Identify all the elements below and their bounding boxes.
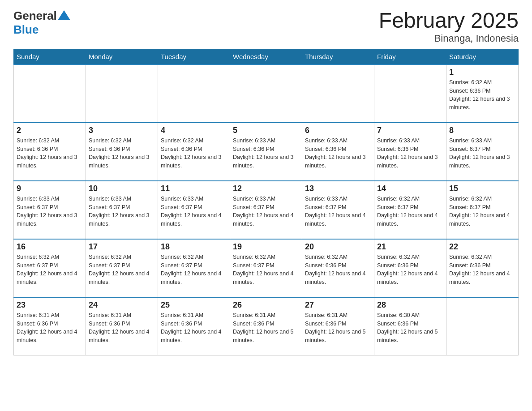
day-info: Sunrise: 6:32 AM Sunset: 6:36 PM Dayligh… [305, 253, 371, 287]
day-number: 21 [377, 242, 443, 252]
header-monday: Monday [86, 49, 158, 64]
header-tuesday: Tuesday [158, 49, 230, 64]
table-cell [158, 64, 230, 123]
day-number: 28 [377, 300, 443, 310]
header-friday: Friday [374, 49, 446, 64]
day-number: 26 [233, 300, 299, 310]
logo-triangle-icon [58, 10, 70, 20]
logo: General Blue [13, 9, 70, 37]
day-number: 7 [377, 126, 443, 135]
table-cell: 2Sunrise: 6:32 AM Sunset: 6:36 PM Daylig… [14, 123, 86, 181]
week-row-3: 9Sunrise: 6:33 AM Sunset: 6:37 PM Daylig… [14, 181, 519, 239]
table-cell: 11Sunrise: 6:33 AM Sunset: 6:37 PM Dayli… [158, 181, 230, 239]
table-cell: 17Sunrise: 6:32 AM Sunset: 6:37 PM Dayli… [86, 239, 158, 297]
table-cell: 23Sunrise: 6:31 AM Sunset: 6:36 PM Dayli… [14, 297, 86, 355]
day-number: 23 [17, 300, 83, 310]
day-number: 17 [89, 242, 155, 252]
day-number: 22 [449, 242, 515, 252]
table-cell: 13Sunrise: 6:33 AM Sunset: 6:37 PM Dayli… [302, 181, 374, 239]
week-row-1: 1Sunrise: 6:32 AM Sunset: 6:36 PM Daylig… [14, 64, 519, 123]
table-cell: 15Sunrise: 6:32 AM Sunset: 6:37 PM Dayli… [446, 181, 519, 239]
header-wednesday: Wednesday [230, 49, 302, 64]
day-info: Sunrise: 6:33 AM Sunset: 6:36 PM Dayligh… [377, 137, 443, 170]
day-info: Sunrise: 6:32 AM Sunset: 6:36 PM Dayligh… [17, 137, 83, 170]
table-cell: 5Sunrise: 6:33 AM Sunset: 6:36 PM Daylig… [230, 123, 302, 181]
table-cell: 1Sunrise: 6:32 AM Sunset: 6:36 PM Daylig… [446, 64, 519, 123]
table-cell [446, 297, 519, 355]
day-info: Sunrise: 6:31 AM Sunset: 6:36 PM Dayligh… [233, 311, 299, 345]
table-cell: 18Sunrise: 6:32 AM Sunset: 6:37 PM Dayli… [158, 239, 230, 297]
day-number: 24 [89, 300, 155, 310]
table-cell: 14Sunrise: 6:32 AM Sunset: 6:37 PM Dayli… [374, 181, 446, 239]
day-number: 20 [305, 242, 371, 252]
table-cell [86, 64, 158, 123]
day-number: 4 [161, 126, 227, 135]
day-number: 16 [17, 242, 83, 252]
day-info: Sunrise: 6:33 AM Sunset: 6:37 PM Dayligh… [161, 195, 227, 228]
calendar-location: Binanga, Indonesia [379, 33, 519, 44]
calendar-title: February 2025 [379, 9, 519, 33]
table-cell: 10Sunrise: 6:33 AM Sunset: 6:37 PM Dayli… [86, 181, 158, 239]
header-sunday: Sunday [14, 49, 86, 64]
day-info: Sunrise: 6:33 AM Sunset: 6:36 PM Dayligh… [233, 137, 299, 170]
day-info: Sunrise: 6:32 AM Sunset: 6:36 PM Dayligh… [89, 137, 155, 170]
day-info: Sunrise: 6:32 AM Sunset: 6:36 PM Dayligh… [161, 137, 227, 170]
day-number: 5 [233, 126, 299, 135]
day-info: Sunrise: 6:31 AM Sunset: 6:36 PM Dayligh… [89, 311, 155, 345]
table-cell: 25Sunrise: 6:31 AM Sunset: 6:36 PM Dayli… [158, 297, 230, 355]
day-info: Sunrise: 6:31 AM Sunset: 6:36 PM Dayligh… [305, 311, 371, 345]
day-info: Sunrise: 6:32 AM Sunset: 6:36 PM Dayligh… [377, 253, 443, 287]
calendar-header: SundayMondayTuesdayWednesdayThursdayFrid… [14, 49, 519, 64]
table-cell [14, 64, 86, 123]
table-cell [374, 64, 446, 123]
page-header: General Blue February 2025 Binanga, Indo… [13, 9, 519, 44]
day-number: 14 [377, 184, 443, 193]
day-number: 9 [17, 184, 83, 193]
day-info: Sunrise: 6:33 AM Sunset: 6:37 PM Dayligh… [17, 195, 83, 228]
table-cell: 21Sunrise: 6:32 AM Sunset: 6:36 PM Dayli… [374, 239, 446, 297]
day-number: 3 [89, 126, 155, 135]
day-info: Sunrise: 6:32 AM Sunset: 6:37 PM Dayligh… [377, 195, 443, 228]
day-number: 12 [233, 184, 299, 193]
week-row-4: 16Sunrise: 6:32 AM Sunset: 6:37 PM Dayli… [14, 239, 519, 297]
calendar-body: 1Sunrise: 6:32 AM Sunset: 6:36 PM Daylig… [14, 64, 519, 355]
day-number: 10 [89, 184, 155, 193]
day-number: 19 [233, 242, 299, 252]
day-number: 13 [305, 184, 371, 193]
day-info: Sunrise: 6:30 AM Sunset: 6:36 PM Dayligh… [377, 311, 443, 345]
table-cell: 12Sunrise: 6:33 AM Sunset: 6:37 PM Dayli… [230, 181, 302, 239]
header-saturday: Saturday [446, 49, 519, 64]
day-info: Sunrise: 6:32 AM Sunset: 6:37 PM Dayligh… [161, 253, 227, 287]
day-info: Sunrise: 6:32 AM Sunset: 6:36 PM Dayligh… [449, 253, 515, 287]
weekday-header-row: SundayMondayTuesdayWednesdayThursdayFrid… [14, 49, 519, 64]
week-row-2: 2Sunrise: 6:32 AM Sunset: 6:36 PM Daylig… [14, 123, 519, 181]
day-info: Sunrise: 6:31 AM Sunset: 6:36 PM Dayligh… [17, 311, 83, 345]
day-number: 25 [161, 300, 227, 310]
table-cell: 6Sunrise: 6:33 AM Sunset: 6:36 PM Daylig… [302, 123, 374, 181]
day-info: Sunrise: 6:33 AM Sunset: 6:37 PM Dayligh… [305, 195, 371, 228]
table-cell: 16Sunrise: 6:32 AM Sunset: 6:37 PM Dayli… [14, 239, 86, 297]
day-info: Sunrise: 6:33 AM Sunset: 6:37 PM Dayligh… [233, 195, 299, 228]
calendar-table: SundayMondayTuesdayWednesdayThursdayFrid… [13, 49, 519, 356]
day-number: 1 [449, 68, 515, 77]
day-info: Sunrise: 6:32 AM Sunset: 6:37 PM Dayligh… [233, 253, 299, 287]
header-thursday: Thursday [302, 49, 374, 64]
table-cell: 8Sunrise: 6:33 AM Sunset: 6:37 PM Daylig… [446, 123, 519, 181]
table-cell [230, 64, 302, 123]
day-info: Sunrise: 6:33 AM Sunset: 6:37 PM Dayligh… [449, 137, 515, 170]
day-number: 2 [17, 126, 83, 135]
table-cell: 28Sunrise: 6:30 AM Sunset: 6:36 PM Dayli… [374, 297, 446, 355]
week-row-5: 23Sunrise: 6:31 AM Sunset: 6:36 PM Dayli… [14, 297, 519, 355]
day-number: 18 [161, 242, 227, 252]
day-info: Sunrise: 6:33 AM Sunset: 6:36 PM Dayligh… [305, 137, 371, 170]
day-number: 15 [449, 184, 515, 193]
table-cell: 27Sunrise: 6:31 AM Sunset: 6:36 PM Dayli… [302, 297, 374, 355]
day-number: 8 [449, 126, 515, 135]
table-cell: 19Sunrise: 6:32 AM Sunset: 6:37 PM Dayli… [230, 239, 302, 297]
table-cell: 22Sunrise: 6:32 AM Sunset: 6:36 PM Dayli… [446, 239, 519, 297]
table-cell: 9Sunrise: 6:33 AM Sunset: 6:37 PM Daylig… [14, 181, 86, 239]
day-info: Sunrise: 6:32 AM Sunset: 6:37 PM Dayligh… [449, 195, 515, 228]
table-cell: 4Sunrise: 6:32 AM Sunset: 6:36 PM Daylig… [158, 123, 230, 181]
logo-general-text: General [13, 9, 57, 23]
table-cell: 7Sunrise: 6:33 AM Sunset: 6:36 PM Daylig… [374, 123, 446, 181]
